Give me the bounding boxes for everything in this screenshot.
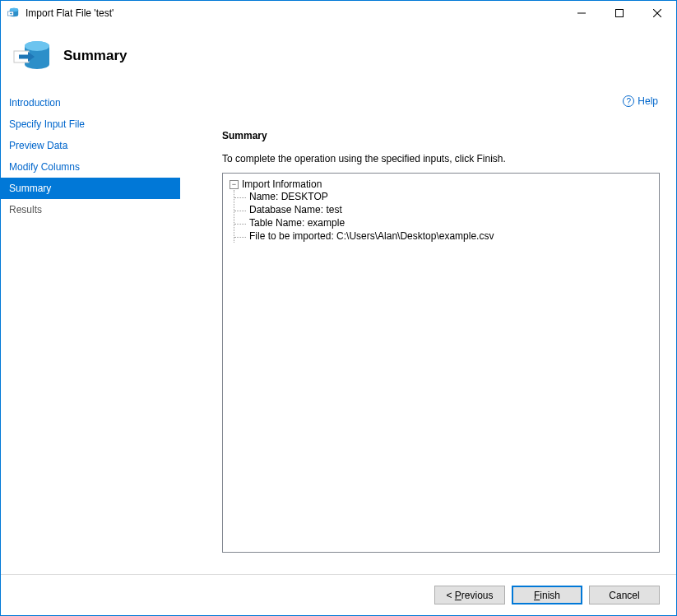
tree-leaf-label: Database Name: test	[234, 204, 342, 215]
previous-label: revious	[461, 590, 494, 601]
wizard-header-title: Summary	[63, 48, 127, 64]
cancel-button[interactable]: Cancel	[589, 586, 660, 604]
wizard-sidebar: Introduction Specify Input File Preview …	[1, 87, 181, 574]
tree-leaf-file: File to be imported: C:\Users\Alan\Deskt…	[234, 229, 652, 243]
maximize-button[interactable]	[600, 1, 638, 25]
tree-root[interactable]: − Import Information	[230, 178, 652, 190]
sidebar-item-introduction[interactable]: Introduction	[1, 92, 180, 113]
sidebar-item-label: Summary	[9, 183, 51, 194]
help-label: Help	[638, 95, 658, 107]
finish-button[interactable]: Finish	[512, 586, 582, 604]
wizard-main: ? Help Summary To complete the operation…	[181, 87, 676, 574]
sidebar-item-summary[interactable]: Summary	[1, 178, 180, 199]
help-link[interactable]: ? Help	[623, 95, 658, 107]
tree-leaf-label: Table Name: example	[234, 217, 345, 229]
tree-leaf-label: File to be imported: C:\Users\Alan\Deskt…	[234, 230, 494, 242]
tree-collapse-icon[interactable]: −	[230, 180, 239, 189]
finish-label: inish	[540, 590, 560, 601]
svg-point-8	[25, 41, 49, 51]
tree-leaf-name: Name: DESKTOP	[234, 190, 652, 203]
section-title: Summary	[222, 130, 660, 141]
titlebar: Import Flat File 'test'	[1, 1, 676, 25]
tree-children: Name: DESKTOP Database Name: test Table …	[234, 190, 652, 243]
app-icon	[7, 7, 21, 20]
sidebar-item-results[interactable]: Results	[1, 199, 180, 220]
wizard-footer: < Previous Finish Cancel	[1, 574, 676, 615]
help-icon: ?	[623, 95, 634, 107]
tree-leaf-label: Name: DESKTOP	[234, 191, 328, 202]
wizard-body: Introduction Specify Input File Preview …	[1, 87, 676, 574]
wizard-header-icon	[12, 36, 52, 76]
sidebar-item-label: Results	[9, 204, 42, 215]
wizard-header: Summary	[1, 25, 676, 87]
sidebar-item-label: Modify Columns	[9, 161, 80, 173]
svg-rect-4	[616, 10, 624, 17]
sidebar-item-preview-data[interactable]: Preview Data	[1, 135, 180, 156]
window-title: Import Flat File 'test'	[26, 7, 563, 19]
sidebar-item-specify-input-file[interactable]: Specify Input File	[1, 113, 180, 135]
close-button[interactable]	[638, 1, 676, 25]
tree-leaf-table: Table Name: example	[234, 216, 652, 229]
sidebar-item-label: Introduction	[9, 97, 61, 109]
minimize-button[interactable]	[563, 1, 600, 25]
tree-root-label: Import Information	[242, 178, 322, 190]
svg-point-1	[10, 8, 18, 12]
cancel-label: Cancel	[609, 590, 639, 601]
previous-button[interactable]: < Previous	[434, 586, 505, 604]
sidebar-item-label: Specify Input File	[9, 118, 85, 130]
sidebar-item-label: Preview Data	[9, 140, 67, 151]
section-description: To complete the operation using the spec…	[222, 153, 660, 164]
sidebar-item-modify-columns[interactable]: Modify Columns	[1, 156, 180, 178]
summary-tree: − Import Information Name: DESKTOP Datab…	[222, 173, 660, 553]
tree-leaf-database: Database Name: test	[234, 203, 652, 216]
window-buttons	[563, 1, 676, 25]
